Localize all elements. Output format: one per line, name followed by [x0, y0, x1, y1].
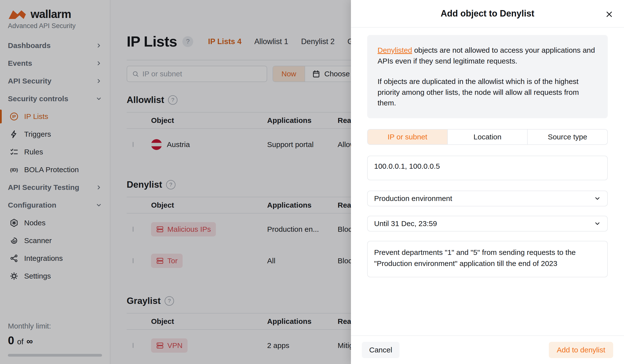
ip-or-subnet-input[interactable]: 100.0.0.1, 100.0.0.5: [367, 156, 608, 180]
app: wallarm Advanced API Security Dashboards…: [0, 0, 624, 364]
close-button[interactable]: [603, 8, 615, 20]
tab-source-type[interactable]: Source type: [527, 130, 607, 144]
modal-footer: Cancel Add to denylist: [351, 336, 624, 364]
modal-body: Denylisted objects are not allowed to ac…: [351, 27, 624, 336]
tab-location[interactable]: Location: [447, 130, 527, 144]
add-to-denylist-modal: Add object to Denylist Denylisted object…: [351, 0, 624, 364]
chevron-down-icon: [594, 195, 601, 202]
object-type-tabs: IP or subnet Location Source type: [367, 129, 608, 145]
denylist-info-note: Denylisted objects are not allowed to ac…: [367, 35, 608, 118]
add-to-denylist-button[interactable]: Add to denylist: [549, 342, 613, 358]
cancel-button[interactable]: Cancel: [362, 342, 399, 358]
tab-ip-or-subnet[interactable]: IP or subnet: [368, 130, 447, 144]
modal-title: Add object to Denylist: [441, 8, 534, 19]
reason-input[interactable]: Prevent departments "1" and "5" from sen…: [367, 241, 608, 277]
application-select[interactable]: Production environment: [367, 191, 608, 206]
expiry-select[interactable]: Until 31 Dec, 23:59: [367, 216, 608, 232]
close-icon: [605, 10, 613, 19]
modal-header: Add object to Denylist: [351, 0, 624, 27]
denylisted-link[interactable]: Denylisted: [378, 46, 412, 54]
chevron-down-icon: [594, 220, 601, 227]
